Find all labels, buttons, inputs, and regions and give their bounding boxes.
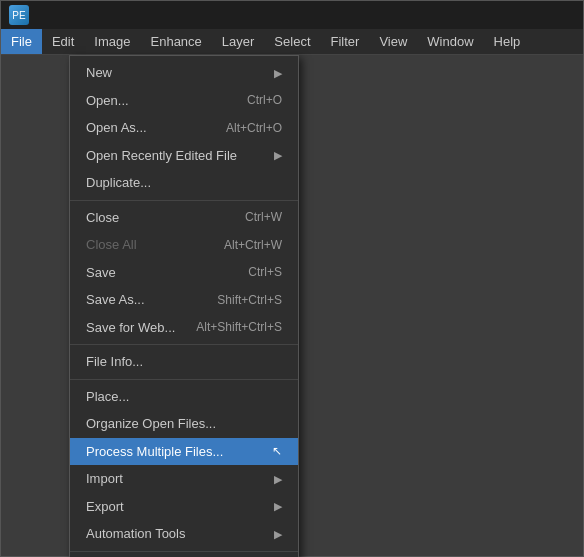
- menu-export-arrow: ▶: [274, 498, 282, 515]
- menu-open-as-shortcut: Alt+Ctrl+O: [226, 119, 282, 137]
- menu-image-label: Image: [94, 34, 130, 49]
- file-menu-group-3: File Info...: [70, 345, 298, 380]
- menu-import[interactable]: Import ▶: [70, 465, 298, 493]
- menu-select-label: Select: [274, 34, 310, 49]
- menu-export[interactable]: Export ▶: [70, 493, 298, 521]
- cursor-icon: ↖: [272, 442, 282, 460]
- menu-item-file[interactable]: File: [1, 29, 42, 54]
- menu-open-recently-arrow: ▶: [274, 147, 282, 164]
- menu-import-label: Import: [86, 469, 123, 489]
- menu-item-select[interactable]: Select: [264, 29, 320, 54]
- menu-open-recently[interactable]: Open Recently Edited File ▶: [70, 142, 298, 170]
- menu-save-shortcut: Ctrl+S: [248, 263, 282, 281]
- file-menu-group-2: Close Ctrl+W Close All Alt+Ctrl+W Save C…: [70, 201, 298, 346]
- menu-layer-label: Layer: [222, 34, 255, 49]
- menu-filter-label: Filter: [331, 34, 360, 49]
- file-dropdown-menu: New ▶ Open... Ctrl+O Open As... Alt+Ctrl…: [69, 55, 299, 557]
- app-window: PE File Edit Image Enhance Layer Select …: [0, 0, 584, 557]
- menu-save-for-web[interactable]: Save for Web... Alt+Shift+Ctrl+S: [70, 314, 298, 342]
- menu-export-label: Export: [86, 497, 124, 517]
- menu-enhance-label: Enhance: [151, 34, 202, 49]
- menu-file-label: File: [11, 34, 32, 49]
- menu-item-image[interactable]: Image: [84, 29, 140, 54]
- app-icon-label: PE: [12, 10, 25, 21]
- menu-duplicate-label: Duplicate...: [86, 173, 151, 193]
- menu-view-label: View: [379, 34, 407, 49]
- menu-automation-tools-arrow: ▶: [274, 526, 282, 543]
- menu-save-as-shortcut: Shift+Ctrl+S: [217, 291, 282, 309]
- title-bar: PE: [1, 1, 583, 29]
- menu-save-as[interactable]: Save As... Shift+Ctrl+S: [70, 286, 298, 314]
- file-menu-group-1: New ▶ Open... Ctrl+O Open As... Alt+Ctrl…: [70, 56, 298, 201]
- menu-edit-label: Edit: [52, 34, 74, 49]
- menu-open-label: Open...: [86, 91, 129, 111]
- menu-save-label: Save: [86, 263, 116, 283]
- menu-bar: File Edit Image Enhance Layer Select Fil…: [1, 29, 583, 55]
- menu-open[interactable]: Open... Ctrl+O: [70, 87, 298, 115]
- menu-window-label: Window: [427, 34, 473, 49]
- menu-new[interactable]: New ▶: [70, 59, 298, 87]
- menu-open-as[interactable]: Open As... Alt+Ctrl+O: [70, 114, 298, 142]
- menu-close-label: Close: [86, 208, 119, 228]
- menu-import-arrow: ▶: [274, 471, 282, 488]
- menu-duplicate[interactable]: Duplicate...: [70, 169, 298, 197]
- menu-new-label: New: [86, 63, 112, 83]
- menu-help-label: Help: [494, 34, 521, 49]
- menu-new-arrow: ▶: [274, 65, 282, 82]
- menu-process-multiple-files-label: Process Multiple Files...: [86, 442, 223, 462]
- menu-item-window[interactable]: Window: [417, 29, 483, 54]
- menu-file-info-label: File Info...: [86, 352, 143, 372]
- menu-place[interactable]: Place...: [70, 383, 298, 411]
- menu-close-shortcut: Ctrl+W: [245, 208, 282, 226]
- menu-place-label: Place...: [86, 387, 129, 407]
- menu-item-filter[interactable]: Filter: [321, 29, 370, 54]
- menu-item-help[interactable]: Help: [484, 29, 531, 54]
- file-menu-group-5: Print... Ctrl+P Order Prints... ▶ Export…: [70, 552, 298, 558]
- menu-open-as-label: Open As...: [86, 118, 147, 138]
- menu-save[interactable]: Save Ctrl+S: [70, 259, 298, 287]
- menu-open-shortcut: Ctrl+O: [247, 91, 282, 109]
- menu-item-layer[interactable]: Layer: [212, 29, 265, 54]
- menu-save-as-label: Save As...: [86, 290, 145, 310]
- menu-organize-open-files-label: Organize Open Files...: [86, 414, 216, 434]
- menu-close-all[interactable]: Close All Alt+Ctrl+W: [70, 231, 298, 259]
- menu-item-edit[interactable]: Edit: [42, 29, 84, 54]
- menu-save-for-web-shortcut: Alt+Shift+Ctrl+S: [196, 318, 282, 336]
- menu-save-for-web-label: Save for Web...: [86, 318, 175, 338]
- menu-close-all-shortcut: Alt+Ctrl+W: [224, 236, 282, 254]
- menu-automation-tools-label: Automation Tools: [86, 524, 186, 544]
- menu-close[interactable]: Close Ctrl+W: [70, 204, 298, 232]
- menu-process-multiple-files[interactable]: Process Multiple Files... ↖: [70, 438, 298, 466]
- menu-organize-open-files[interactable]: Organize Open Files...: [70, 410, 298, 438]
- menu-close-all-label: Close All: [86, 235, 137, 255]
- menu-automation-tools[interactable]: Automation Tools ▶: [70, 520, 298, 548]
- app-icon: PE: [9, 5, 29, 25]
- menu-item-enhance[interactable]: Enhance: [141, 29, 212, 54]
- menu-item-view[interactable]: View: [369, 29, 417, 54]
- menu-open-recently-label: Open Recently Edited File: [86, 146, 237, 166]
- menu-file-info[interactable]: File Info...: [70, 348, 298, 376]
- file-menu-group-4: Place... Organize Open Files... Process …: [70, 380, 298, 552]
